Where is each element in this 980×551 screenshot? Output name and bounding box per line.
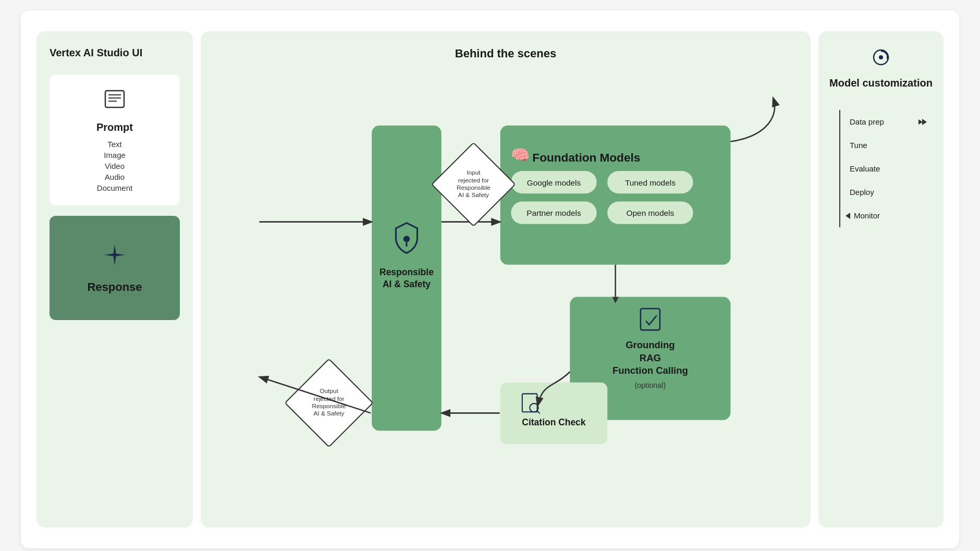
left-panel-title: Vertex AI Studio UI — [50, 47, 180, 59]
svg-text:AI & Safety: AI & Safety — [458, 191, 489, 199]
middle-title: Behind the scenes — [211, 47, 800, 60]
svg-text:Google models: Google models — [527, 178, 581, 187]
customize-steps: Data prep Tune Evaluate Deploy Monitor — [829, 110, 933, 227]
prompt-item-document: Document — [97, 183, 132, 192]
prompt-icon — [103, 88, 126, 115]
step-deploy: Deploy — [839, 180, 923, 204]
prompt-item-text: Text — [107, 140, 122, 149]
svg-text:Grounding: Grounding — [626, 339, 675, 350]
step-tune: Tune — [839, 133, 923, 157]
left-panel: Vertex AI Studio UI Prompt Text Image Vi… — [36, 31, 193, 528]
svg-rect-25 — [500, 383, 607, 444]
svg-text:Partner models: Partner models — [526, 209, 581, 217]
fm-title: Foundation Models — [532, 151, 640, 164]
star-icon — [102, 242, 127, 272]
prompt-item-video: Video — [105, 162, 125, 170]
refresh-icon — [871, 47, 891, 72]
middle-panel: Behind the scenes Responsible AI & Safet… — [201, 31, 811, 528]
svg-text:Output: Output — [320, 387, 338, 395]
prompt-item-audio: Audio — [105, 173, 125, 181]
svg-point-46 — [879, 55, 883, 59]
prompt-item-image: Image — [104, 151, 126, 160]
svg-text:Input: Input — [467, 169, 481, 176]
step-data-prep: Data prep — [839, 110, 923, 133]
prompt-card: Prompt Text Image Video Audio Document — [50, 75, 180, 205]
response-title: Response — [87, 280, 142, 294]
svg-text:Citation Check: Citation Check — [522, 417, 585, 427]
rai-label2: AI & Safety — [383, 279, 431, 289]
svg-text:(optional): (optional) — [634, 381, 666, 389]
svg-text:Open models: Open models — [627, 209, 675, 217]
diagram-area: Responsible AI & Safety 🧠 Foundation Mod… — [211, 71, 800, 512]
main-container: Vertex AI Studio UI Prompt Text Image Vi… — [21, 10, 959, 548]
right-panel-title: Model customization — [829, 77, 933, 89]
step-monitor: Monitor — [839, 204, 923, 227]
svg-rect-7 — [500, 126, 731, 265]
right-panel: Model customization Data prep Tune Evalu… — [818, 31, 944, 528]
svg-point-5 — [403, 236, 410, 242]
rai-label: Responsible — [379, 267, 434, 277]
svg-rect-4 — [372, 126, 442, 431]
svg-text:RAG: RAG — [640, 352, 661, 363]
step-evaluate: Evaluate — [839, 157, 923, 180]
svg-text:🧠: 🧠 — [511, 146, 530, 164]
svg-text:rejected for: rejected for — [458, 177, 489, 184]
svg-text:Function Calling: Function Calling — [612, 365, 688, 376]
svg-rect-0 — [105, 91, 124, 107]
svg-text:Responsible: Responsible — [457, 184, 491, 191]
svg-text:Tuned models: Tuned models — [625, 178, 676, 187]
prompt-items: Text Image Video Audio Document — [97, 140, 132, 192]
response-card: Response — [50, 216, 180, 320]
prompt-title: Prompt — [96, 121, 133, 133]
svg-text:AI & Safety: AI & Safety — [313, 410, 344, 418]
